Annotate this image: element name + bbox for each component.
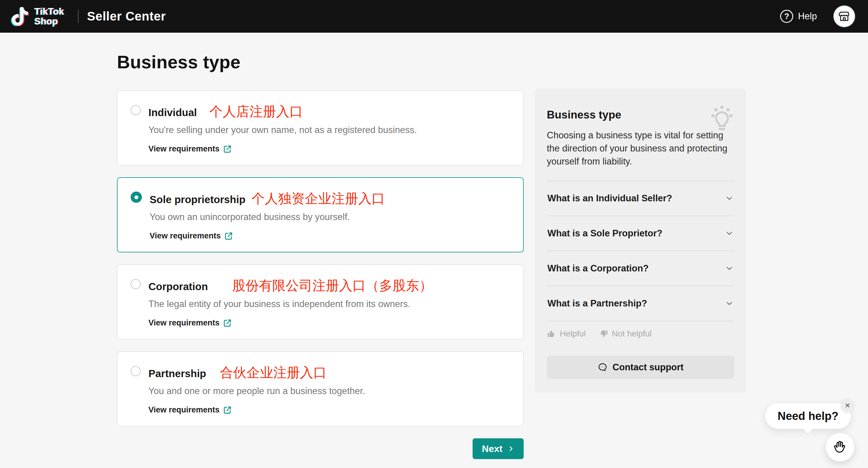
brand-line2: Shop [34, 16, 64, 26]
option-description: You own an unincorporated business by yo… [150, 212, 509, 223]
view-requirements-label: View requirements [148, 144, 220, 153]
next-button[interactable]: Next [473, 438, 524, 459]
faq-corporation[interactable]: What is a Corporation? [547, 251, 735, 286]
view-requirements-link[interactable]: View requirements [148, 318, 231, 327]
thumbs-up-icon [547, 329, 556, 339]
faq-question: What is an Individual Seller? [548, 193, 672, 204]
app-title: Seller Center [87, 9, 166, 24]
option-card-individual[interactable]: Individual 个人店注册入口 You're selling under … [117, 90, 524, 166]
external-link-icon [224, 232, 233, 240]
help-label: Help [798, 11, 817, 22]
chevron-down-icon [725, 299, 734, 308]
faq-partnership[interactable]: What is a Partnership? [547, 286, 735, 321]
help-icon: ? [780, 10, 793, 23]
option-description: You and one or more people run a busines… [148, 386, 509, 397]
not-helpful-label: Not helpful [612, 329, 652, 339]
brand-wordmark: TikTok Shop [34, 6, 64, 26]
option-label: Corporation [148, 281, 208, 293]
option-label: Partnership [148, 368, 206, 380]
main-content: Business type Individual 个人店注册入口 You're … [0, 33, 868, 459]
storefront-icon [838, 10, 850, 23]
annotation-text: 股份有限公司注册入口（多股东） [232, 277, 433, 295]
help-link[interactable]: ? Help [780, 10, 817, 23]
top-bar: TikTok Shop Seller Center ? Help [0, 0, 868, 33]
help-sidebar: Business type Choosing a business type i… [535, 88, 746, 392]
annotation-text: 合伙企业注册入口 [220, 364, 327, 382]
external-link-icon [223, 319, 231, 327]
radio-partnership[interactable] [131, 366, 141, 376]
helpful-button[interactable]: Helpful [547, 329, 586, 339]
sidebar-intro: Choosing a business type is vital for se… [547, 129, 735, 168]
chat-bubble-icon [597, 362, 608, 372]
faq-individual-seller[interactable]: What is an Individual Seller? [547, 181, 735, 216]
view-requirements-link[interactable]: View requirements [148, 405, 231, 414]
need-help-label: Need help? [778, 410, 839, 422]
close-icon[interactable]: × [841, 399, 854, 412]
view-requirements-label: View requirements [148, 318, 220, 327]
chevron-right-icon [507, 445, 515, 452]
radio-individual[interactable] [131, 105, 141, 115]
chevron-down-icon [725, 229, 734, 238]
brand-line1: TikTok [34, 6, 64, 16]
helpful-label: Helpful [560, 329, 586, 339]
sidebar-title: Business type [547, 109, 735, 121]
radio-corporation[interactable] [131, 279, 141, 289]
external-link-icon [223, 145, 231, 153]
faq-sole-proprietor[interactable]: What is a Sole Proprietor? [547, 216, 735, 251]
chevron-down-icon [725, 194, 734, 203]
tiktok-note-icon [11, 6, 29, 27]
option-description: The legal entity of your business is ind… [148, 299, 509, 310]
option-label: Individual [148, 107, 197, 118]
view-requirements-link[interactable]: View requirements [150, 231, 233, 240]
chevron-down-icon [725, 264, 734, 273]
page-title: Business type [117, 52, 524, 72]
option-description: You're selling under your own name, not … [148, 125, 509, 136]
support-hand-button[interactable] [826, 433, 854, 462]
view-requirements-label: View requirements [150, 231, 221, 240]
lightbulb-icon [708, 105, 736, 133]
option-card-partnership[interactable]: Partnership 合伙企业注册入口 You and one or more… [117, 351, 524, 427]
option-card-sole-proprietorship[interactable]: Sole proprietorship 个人独资企业注册入口 You own a… [117, 177, 524, 253]
faq-question: What is a Sole Proprietor? [548, 228, 662, 239]
need-help-bubble[interactable]: Need help? × [765, 403, 851, 429]
contact-support-label: Contact support [612, 362, 683, 373]
annotation-text: 个人店注册入口 [209, 103, 303, 121]
faq-question: What is a Corporation? [548, 263, 649, 274]
option-label: Sole proprietorship [150, 194, 246, 205]
external-link-icon [223, 406, 231, 414]
annotation-text: 个人独资企业注册入口 [251, 190, 385, 208]
view-requirements-link[interactable]: View requirements [148, 144, 231, 153]
radio-sole-proprietorship[interactable] [131, 192, 142, 203]
not-helpful-button[interactable]: Not helpful [599, 329, 652, 339]
tiktok-shop-logo[interactable]: TikTok Shop [11, 6, 64, 27]
header-divider [78, 9, 79, 23]
thumbs-down-icon [599, 329, 608, 339]
next-button-label: Next [482, 443, 502, 454]
raised-hand-icon [832, 439, 848, 455]
option-card-corporation[interactable]: Corporation 股份有限公司注册入口（多股东） The legal en… [117, 264, 524, 340]
contact-support-button[interactable]: Contact support [547, 356, 735, 379]
view-requirements-label: View requirements [148, 405, 220, 414]
shop-avatar-button[interactable] [834, 6, 855, 27]
faq-question: What is a Partnership? [548, 298, 647, 309]
